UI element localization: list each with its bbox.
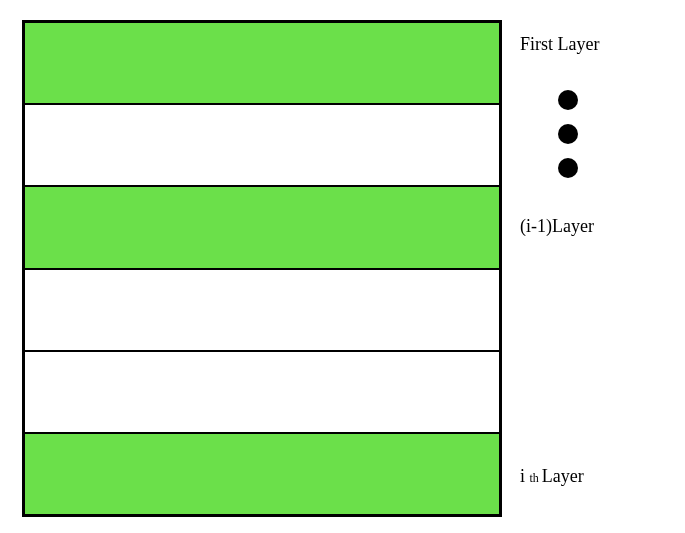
layer-row-first [25, 23, 499, 105]
layer-row-ith [25, 434, 499, 514]
vertical-ellipsis [558, 90, 578, 178]
dot-icon [558, 90, 578, 110]
dot-icon [558, 158, 578, 178]
dot-icon [558, 124, 578, 144]
layer-stack-diagram [22, 20, 502, 517]
label-ith-layer-word: Layer [542, 466, 584, 486]
label-i-minus-1-layer: (i-1)Layer [520, 216, 594, 237]
layer-row [25, 105, 499, 187]
layer-row-i-minus-1 [25, 187, 499, 269]
label-ith-i: i [520, 466, 530, 486]
layer-row [25, 270, 499, 352]
label-ith-layer: i th Layer [520, 466, 584, 487]
label-first-layer: First Layer [520, 34, 599, 55]
layer-row [25, 352, 499, 434]
label-ith-subscript: th [530, 471, 542, 485]
